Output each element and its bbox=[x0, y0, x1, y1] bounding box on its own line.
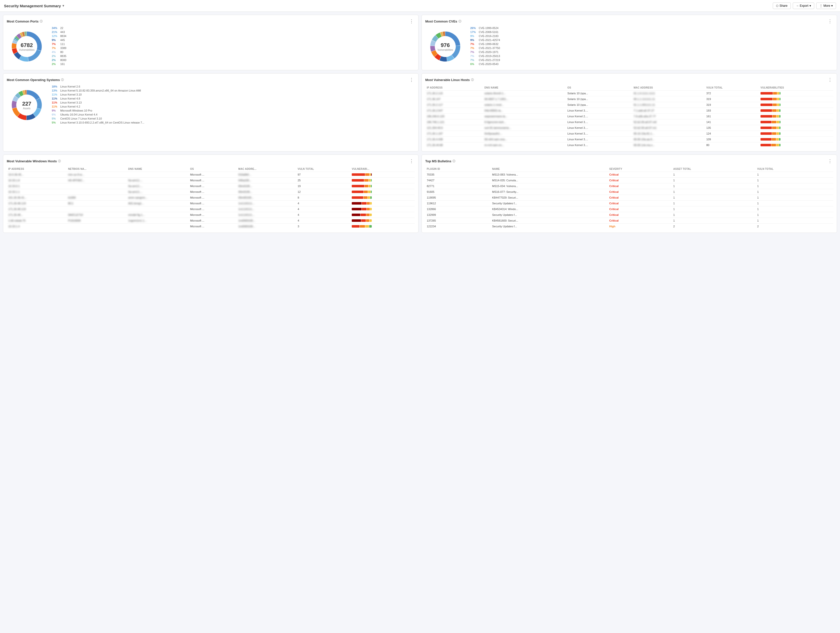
legend-val: CVE-2008-5161 bbox=[479, 30, 499, 33]
cves-label: Vulnerabilities bbox=[437, 49, 453, 51]
legend-val: 8000 bbox=[60, 59, 66, 62]
win-dns: mmdel fig.1... bbox=[127, 212, 189, 218]
cves-info-icon[interactable]: ⓘ bbox=[458, 19, 461, 23]
linux-dns: solaris-1-rnnd... bbox=[483, 102, 566, 108]
linux-hosts-header-row: IP ADDRESSDNS NAMEOSMAC ADDRESSVULN TOTA… bbox=[425, 85, 833, 90]
bulletin-vuln-total: 1 bbox=[756, 218, 833, 223]
cves-more-button[interactable]: ⋮ bbox=[827, 19, 833, 24]
legend-item: 34% 22 bbox=[52, 27, 415, 30]
table-row[interactable]: 132999 Security Updates f... Critical 1 … bbox=[425, 212, 833, 218]
legend-val: CVE-2021-42574 bbox=[479, 38, 500, 41]
legend-item: 7% 111 bbox=[52, 43, 415, 46]
bulletin-plugin-id: 119612 bbox=[425, 201, 491, 206]
ports-more-button[interactable]: ⋮ bbox=[408, 19, 415, 24]
bulletin-plugin-id: 122234 bbox=[425, 223, 491, 229]
table-row[interactable]: 91605 MS16-077: Security... Critical 1 1 bbox=[425, 189, 833, 195]
legend-val: CVE-2019-25013 bbox=[479, 54, 500, 57]
cves-card-header: Most Common CVEs ⓘ ⋮ bbox=[425, 19, 833, 24]
table-row[interactable]: 10.33.1.4 Microsoft ... 1m0000100... 3 bbox=[7, 223, 415, 229]
table-row[interactable]: 121.264.40.6 surt.81.lammunama... Linux … bbox=[425, 125, 833, 131]
legend-item: 7% 3389 bbox=[52, 46, 415, 49]
table-row[interactable]: 171.36.147 00-0007.1.7.1001... Solaris 1… bbox=[425, 96, 833, 102]
windows-hosts-col-header: VULN TOTAL bbox=[296, 166, 350, 172]
legend-pct: 9% bbox=[52, 109, 59, 112]
legend-pct: 17% bbox=[470, 30, 477, 33]
os-more-button[interactable]: ⋮ bbox=[408, 77, 415, 82]
legend-pct: 11% bbox=[52, 93, 59, 96]
ms-bulletins-col-header: VULN TOTAL bbox=[756, 166, 833, 172]
ms-bulletins-info-icon[interactable]: ⓘ bbox=[453, 159, 455, 163]
legend-val: CVE-2016-2183 bbox=[479, 35, 499, 38]
win-dns: 0a-wm11.... bbox=[127, 177, 189, 183]
table-row[interactable]: 10.33.1.8 H0-4FF00C... 0a-wm11.... Micro… bbox=[7, 177, 415, 183]
win-ip: 10.33.1.8 bbox=[7, 177, 66, 183]
table-row[interactable]: 171.26.48.119 BC1 A01.bnng1... Microsoft… bbox=[7, 201, 415, 206]
share-icon: ⬡ bbox=[776, 4, 778, 8]
table-row[interactable]: 119095 KB4477029: Securi... Critical 1 1 bbox=[425, 195, 833, 201]
export-button[interactable]: → Export ▾ bbox=[793, 3, 814, 9]
win-vuln-bars bbox=[350, 223, 415, 229]
table-row[interactable]: 171.26.2.547 04d-00001-la... Linux Kerne… bbox=[425, 108, 833, 114]
table-row[interactable]: 122234 Security Updates f... High 2 2 bbox=[425, 223, 833, 229]
linux-hosts-more-button[interactable]: ⋮ bbox=[827, 77, 833, 82]
legend-val: CVE-1999-0632 bbox=[479, 43, 499, 46]
linux-os: Solaris 10 (spa... bbox=[566, 96, 632, 102]
table-row[interactable]: 74427 MS14-035: Cumula... Critical 1 1 bbox=[425, 177, 833, 183]
table-row[interactable]: 171.26.48... 0A0CLE710 mmdel fig.1... Mi… bbox=[7, 212, 415, 218]
os-info-icon[interactable]: ⓘ bbox=[61, 78, 64, 82]
windows-hosts-info-icon[interactable]: ⓘ bbox=[58, 159, 61, 163]
win-vuln-total: 4 bbox=[296, 212, 350, 218]
table-row[interactable]: 171.26.44.88 m-rn4.nam-nn... Linux Kerne… bbox=[425, 142, 833, 148]
legend-pct: 18% bbox=[52, 85, 59, 88]
ms-bulletins-col-header: ASSET TOTAL bbox=[672, 166, 756, 172]
table-row[interactable]: 171.26.2.115 solaris-9mm0-1... Solaris 1… bbox=[425, 90, 833, 96]
win-ip: 10.0.36.45... bbox=[7, 172, 66, 177]
ports-info-icon[interactable]: ⓘ bbox=[40, 19, 43, 23]
win-os: Microsoft ... bbox=[188, 177, 237, 183]
linux-vuln-total: 135 bbox=[705, 125, 759, 131]
linux-hosts-col-header: OS bbox=[566, 85, 632, 90]
legend-pct: 7% bbox=[470, 46, 477, 49]
os-card-header: Most Common Operating Systems ⓘ ⋮ bbox=[7, 77, 415, 82]
linux-mac: 52.b2.00.a0.07.m1 bbox=[632, 125, 705, 131]
ms-bulletins-more-button[interactable]: ⋮ bbox=[827, 158, 833, 164]
linux-dns: 04d-00001-la... bbox=[483, 108, 566, 114]
linux-vuln-total: 372 bbox=[705, 90, 759, 96]
table-row[interactable]: 171.26.2.117 solaris-1-rnnd... Solaris 1… bbox=[425, 102, 833, 108]
table-row[interactable]: 70335 MS13-083: Vulnera... Critical 1 1 bbox=[425, 172, 833, 177]
legend-val: Linux Kernel 3.10.0-693.2.2.el7.x86_64 o… bbox=[60, 121, 144, 124]
share-button[interactable]: ⬡ Share bbox=[773, 3, 791, 9]
legend-val: Microsoft Windows 10 Pro bbox=[60, 109, 92, 112]
legend-item: 2% 161 bbox=[52, 63, 415, 65]
table-row[interactable]: 82771 MS15-034: Vulnera... Critical 1 1 bbox=[425, 183, 833, 189]
bulletin-severity: Critical bbox=[608, 201, 672, 206]
table-row[interactable]: 10.33.0.1 0a-wm11.... Microsoft ... 00m0… bbox=[7, 183, 415, 189]
table-row[interactable]: 171.26.4.438 00-n64.nam-ona... Linux Ker… bbox=[425, 136, 833, 142]
linux-hosts-thead: IP ADDRESSDNS NAMEOSMAC ADDRESSVULN TOTA… bbox=[425, 85, 833, 90]
chevron-down-icon[interactable]: ▾ bbox=[63, 4, 64, 8]
windows-hosts-more-button[interactable]: ⋮ bbox=[408, 158, 415, 164]
table-row[interactable]: 119612 Security Updates f... Critical 1 … bbox=[425, 201, 833, 206]
legend-pct: 11% bbox=[52, 105, 59, 108]
bulletin-plugin-id: 132866 bbox=[425, 206, 491, 212]
legend-item: 11% Linux Kernel 4.2 bbox=[52, 105, 415, 108]
win-vuln-bars bbox=[350, 177, 415, 183]
table-row[interactable]: 196.246.6.120 swpowermans-la... Linux Ke… bbox=[425, 114, 833, 119]
windows-hosts-card: Most Vulnerable Windows Hosts ⓘ ⋮ IP ADD… bbox=[3, 155, 418, 233]
table-row[interactable]: 171.26.48.119 Microsoft ... 1n1110111...… bbox=[7, 206, 415, 212]
linux-vuln-bars bbox=[759, 125, 833, 131]
cves-donut-chart: 976 Vulnerabilities bbox=[425, 27, 465, 66]
legend-val: CVE-2020-0543 bbox=[479, 63, 499, 65]
linux-hosts-info-icon[interactable]: ⓘ bbox=[471, 78, 474, 82]
linux-os: Linux Kernel 3.... bbox=[566, 108, 632, 114]
table-row[interactable]: 10.0.36.45... mm-uo-9-w... Microsoft ...… bbox=[7, 172, 415, 177]
table-row[interactable]: 1.b6.nskab.75 P1910009 1ognm1m1.1... Mic… bbox=[7, 218, 415, 223]
table-row[interactable]: 101.26.36.41... b1000 amm-sangnm... Micr… bbox=[7, 195, 415, 201]
table-row[interactable]: 137265 KB4561600: Securi... Critical 1 1 bbox=[425, 218, 833, 223]
table-row[interactable]: 196.746.1.121 0-0gmcmm-boh... Linux Kern… bbox=[425, 119, 833, 125]
table-row[interactable]: 171.26.1.107 0m0poauth1... Linux Kernel … bbox=[425, 131, 833, 136]
table-row[interactable]: 132866 KB4534314: Windo... Critical 1 1 bbox=[425, 206, 833, 212]
win-mac: 040a100... bbox=[237, 177, 296, 183]
table-row[interactable]: 10.33.1.1 0a-wm11.... Microsoft ... 00m0… bbox=[7, 189, 415, 195]
more-button[interactable]: ⋮ More ▾ bbox=[816, 3, 836, 9]
